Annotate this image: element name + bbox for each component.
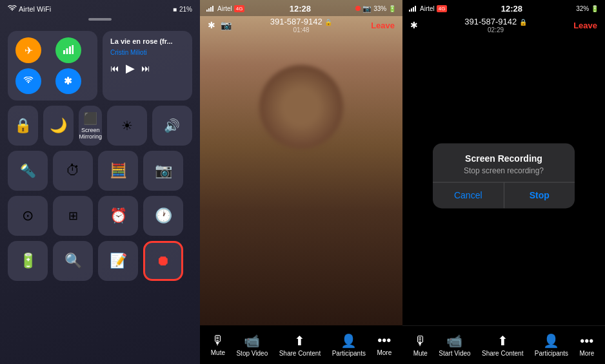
ft-more-button[interactable]: ••• More — [377, 333, 392, 356]
rec-leave-button[interactable]: Leave — [573, 21, 597, 30]
recording-alert-panel: Airtel 4G 12:28 32% 🔋 ✱ 391-587-9142 🔒 0… — [402, 0, 605, 364]
ft-mute-label: Mute — [211, 349, 225, 356]
cc-status-right: ■ 21% — [173, 6, 192, 13]
cc-music-tile: La vie en rose (fr... Cristin Milioti ⏮ … — [103, 31, 192, 101]
flashlight-button[interactable]: 🔦 — [8, 151, 48, 191]
screen-mirroring-label: ScreenMirroring — [79, 127, 102, 140]
battery-button[interactable]: 🔋 — [8, 241, 48, 281]
ft-share-label: Share Content — [279, 350, 321, 357]
rec-dialog-subtitle: Stop screen recording? — [446, 166, 562, 175]
timer-icon: ⏱ — [66, 162, 80, 179]
cc-row-2: 🔒 🌙 ⬛ ScreenMirroring ☀ 🔊 — [8, 106, 192, 146]
orientation-lock-button[interactable]: 🔒 — [8, 106, 38, 146]
brightness-icon: ☀ — [121, 118, 133, 133]
rec-carrier-label: Airtel — [420, 5, 435, 12]
volume-slider[interactable]: 🔊 — [152, 106, 192, 146]
ft-mute-button[interactable]: 🎙 Mute — [211, 333, 225, 356]
music-controls: ⏮ ▶ ⏭ — [110, 61, 184, 75]
ft-video-area — [200, 0, 402, 325]
bluetooth-icon: ✱ — [64, 75, 72, 87]
music-next-button[interactable]: ⏭ — [141, 63, 150, 73]
rec-dialog-content: Screen Recording Stop screen recording? — [433, 143, 575, 182]
flashlight-icon: 🔦 — [20, 163, 36, 178]
magnifier-button[interactable]: 🔍 — [53, 241, 93, 281]
ft-call-info: 391-587-9142 🔒 01:48 — [270, 17, 333, 34]
rec-signal-icon — [409, 5, 416, 13]
rec-cancel-button[interactable]: Cancel — [433, 182, 504, 208]
rec-more-button[interactable]: ••• More — [579, 334, 594, 357]
music-play-button[interactable]: ▶ — [126, 61, 135, 75]
music-prev-button[interactable]: ⏮ — [110, 63, 119, 73]
rec-mute-button[interactable]: 🎙 Mute — [413, 334, 428, 357]
cellular-button[interactable] — [55, 37, 81, 63]
sliders-area: ⬛ ScreenMirroring ☀ 🔊 — [79, 106, 192, 146]
screen-mirroring-button[interactable]: ⬛ ScreenMirroring — [79, 106, 102, 146]
ft-number-lock-icon: 🔒 — [324, 19, 332, 26]
ft-stop-video-button[interactable]: 📹 Stop Video — [236, 333, 268, 357]
ft-battery-label: 33% 🔋 — [373, 5, 396, 12]
rec-battery-label: 32% 🔋 — [576, 5, 599, 12]
wifi-toggle-button[interactable] — [15, 68, 41, 94]
cc-row-3: 🔦 ⏱ 🧮 📷 — [8, 151, 192, 191]
rec-share-button[interactable]: ⬆ Share Content — [482, 333, 524, 357]
rec-call-bar: ✱ 391-587-9142 🔒 02:29 Leave — [402, 14, 605, 36]
clock-icon: 🕐 — [155, 207, 172, 224]
ft-bluetooth-icon: ✱ — [208, 20, 215, 30]
ft-participants-button[interactable]: 👤 Participants — [332, 333, 366, 357]
clock-button[interactable]: 🕐 — [143, 196, 183, 236]
rec-participants-button[interactable]: 👤 Participants — [535, 333, 568, 357]
cc-lock-icon: ■ — [173, 6, 177, 13]
dark-mode-button[interactable]: ⊙ — [8, 196, 48, 236]
qr-scanner-button[interactable]: ⊞ — [53, 196, 93, 236]
volume-icon: 🔊 — [164, 118, 180, 133]
rec-mute-label: Mute — [413, 350, 428, 357]
screen-mirroring-icon: ⬛ — [83, 111, 97, 126]
rec-start-video-button[interactable]: 📹 Start Video — [439, 333, 470, 357]
rec-dialog-title: Screen Recording — [446, 153, 562, 164]
rec-participants-icon: 👤 — [543, 333, 559, 349]
orientation-lock-icon: 🔒 — [14, 117, 32, 134]
cc-battery-label: 21% — [179, 6, 192, 13]
bluetooth-button[interactable]: ✱ — [55, 68, 81, 94]
notes-icon: 📝 — [110, 253, 127, 269]
brightness-slider[interactable]: ☀ — [107, 106, 147, 146]
magnifier-icon: 🔍 — [64, 253, 82, 269]
notes-button[interactable]: 📝 — [98, 241, 138, 281]
rec-call-info: 391-587-9142 🔒 02:29 — [464, 17, 527, 34]
calculator-button[interactable]: 🧮 — [98, 151, 138, 191]
screen-record-icon: ⏺ — [156, 253, 170, 269]
battery-icon: 🔋 — [19, 253, 37, 269]
airplane-icon: ✈ — [25, 44, 33, 57]
svg-rect-1 — [66, 48, 68, 54]
cc-row-4: ⊙ ⊞ ⏰ 🕐 — [8, 196, 192, 236]
ft-signal-icon — [206, 5, 213, 13]
rec-start-video-label: Start Video — [439, 350, 470, 357]
ft-leave-button[interactable]: Leave — [371, 21, 395, 30]
ft-share-content-button[interactable]: ⬆ Share Content — [279, 333, 321, 357]
rec-bluetooth-icon: ✱ — [410, 20, 418, 30]
rec-status-right: 32% 🔋 — [576, 5, 599, 12]
alarm-button[interactable]: ⏰ — [98, 196, 138, 236]
cc-row-5: 🔋 🔍 📝 ⏺ — [8, 241, 192, 281]
rec-call-timer: 02:29 — [488, 26, 504, 34]
camera-icon: 📷 — [155, 162, 172, 179]
ft-participants-label: Participants — [332, 350, 366, 357]
screen-record-button[interactable]: ⏺ — [143, 241, 183, 281]
ft-network-label: 4G — [234, 5, 245, 12]
rec-toolbar: 🎙 Mute 📹 Start Video ⬆ Share Content 👤 P… — [402, 325, 605, 364]
svg-rect-3 — [72, 45, 74, 54]
camera-button[interactable]: 📷 — [143, 151, 183, 191]
wifi-icon — [23, 75, 34, 87]
ft-stop-video-label: Stop Video — [236, 350, 268, 357]
ft-call-icons: ✱ 📷 — [208, 20, 232, 30]
ft-toolbar: 🎙 Mute 📹 Stop Video ⬆ Share Content 👤 Pa… — [200, 325, 402, 364]
do-not-disturb-button[interactable]: 🌙 — [43, 106, 74, 146]
control-center-panel: Airtel WiFi ■ 21% ✈ — [0, 0, 200, 364]
rec-time-label: 12:28 — [501, 4, 522, 14]
ft-call-bar: ✱ 📷 391-587-9142 🔒 01:48 Leave — [200, 14, 402, 36]
timer-button[interactable]: ⏱ — [53, 151, 93, 191]
ft-more-label: More — [377, 349, 392, 356]
airplane-mode-button[interactable]: ✈ — [15, 37, 41, 63]
rec-status-left: Airtel 4G — [409, 5, 447, 13]
rec-stop-button[interactable]: Stop — [504, 182, 575, 208]
